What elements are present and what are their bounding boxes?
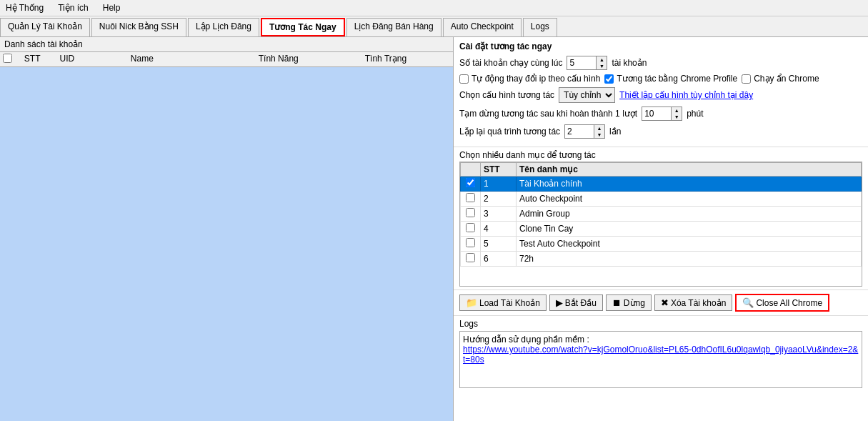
cat-name-cell: Test Auto Checkpoint <box>517 237 862 252</box>
load-button[interactable]: 📁 Load Tài Khoản <box>459 294 547 311</box>
tab-lich-dang-ban-hang[interactable]: Lịch Đăng Bán Hàng <box>346 18 442 36</box>
cau-hinh-select[interactable]: Tùy chỉnh Mặc định <box>559 87 615 103</box>
delete-label: Xóa Tài khoản <box>671 298 727 308</box>
tam-dung-label: Tạm dừng tương tác sau khi hoàn thành 1 … <box>459 109 637 119</box>
logs-link[interactable]: https://www.youtube.com/watch?v=kjGomolO… <box>463 345 859 365</box>
cat-checkbox[interactable] <box>466 208 475 217</box>
tab-lap-lich-dang[interactable]: Lập Lịch Đăng <box>188 18 259 36</box>
cat-stt-cell: 5 <box>481 237 517 252</box>
so-tai-khoan-input-wrapper[interactable]: ▲ ▼ <box>567 56 607 70</box>
cat-col-check <box>461 163 481 177</box>
col-name-header: Name <box>131 54 259 65</box>
tam-dung-spinner: ▲ ▼ <box>671 107 682 120</box>
tam-dung-up[interactable]: ▲ <box>672 107 682 114</box>
tam-dung-input[interactable] <box>642 107 671 120</box>
category-row[interactable]: 2 Auto Checkpoint <box>461 192 862 207</box>
category-section: Chọn nhiều danh mục để tương tác STT Tên… <box>454 147 868 289</box>
tam-dung-down[interactable]: ▼ <box>672 114 682 120</box>
category-header-row: STT Tên danh mục <box>461 163 862 177</box>
tab-quan-ly-tai-khoan[interactable]: Quản Lý Tài Khoản <box>0 18 90 36</box>
right-panel: Cài đặt tương tác ngay Số tài khoản chạy… <box>454 37 868 421</box>
cat-check-cell[interactable] <box>461 177 481 192</box>
col-tinh-nang-header: Tính Năng <box>259 54 365 65</box>
so-tai-khoan-input[interactable] <box>567 56 596 69</box>
category-row[interactable]: 3 Admin Group <box>461 207 862 222</box>
col-tinh-trang-header: Tình Trạng <box>365 54 450 65</box>
category-row[interactable]: 4 Clone Tin Cay <box>461 222 862 237</box>
menu-he-thong[interactable]: Hệ Thống <box>3 1 46 14</box>
cat-checkbox[interactable] <box>466 193 475 202</box>
lap-lai-label: Lặp lại quá trình tương tác <box>459 127 560 137</box>
thiet-lap-link[interactable]: Thiết lập cấu hình tùy chỉnh tại đây <box>619 90 753 100</box>
menu-tien-ich[interactable]: Tiện ích <box>55 1 91 14</box>
cat-check-cell[interactable] <box>461 237 481 252</box>
cat-stt-cell: 1 <box>481 177 517 192</box>
cat-name-cell: Tài Khoản chính <box>517 177 862 192</box>
main-content: Danh sách tài khoản STT UID Name Tính Nă… <box>0 37 868 421</box>
cat-check-cell[interactable] <box>461 207 481 222</box>
col-check[interactable] <box>3 54 24 65</box>
lap-lai-row: Lặp lại quá trình tương tác ▲ ▼ lần <box>459 124 862 139</box>
cat-name-cell: Clone Tin Cay <box>517 222 862 237</box>
tam-dung-input-wrapper[interactable]: ▲ ▼ <box>642 107 682 121</box>
chay-an-chrome-label: Chạy ẩn Chrome <box>754 74 819 84</box>
cat-col-stt: STT <box>481 163 517 177</box>
stop-button[interactable]: ⏹ Dừng <box>606 294 652 311</box>
tu-dong-thay-doi-wrapper: Tự động thay đổi ip theo cấu hình <box>459 74 600 84</box>
close-all-icon: 🔍 <box>742 297 754 308</box>
lan-label: lần <box>609 127 621 137</box>
cat-checkbox[interactable] <box>466 178 475 187</box>
lap-lai-down[interactable]: ▼ <box>594 132 604 138</box>
start-label: Bắt Đầu <box>565 298 597 308</box>
left-panel: Danh sách tài khoản STT UID Name Tính Nă… <box>0 37 454 421</box>
category-row[interactable]: 1 Tài Khoản chính <box>461 177 862 192</box>
cat-stt-cell: 6 <box>481 252 517 267</box>
cat-name-cell: 72h <box>517 252 862 267</box>
checkbox-row: Tự động thay đổi ip theo cấu hình Tương … <box>459 74 862 84</box>
category-title: Chọn nhiều danh mục để tương tác <box>459 150 862 160</box>
select-all-checkbox[interactable] <box>3 54 12 63</box>
lap-lai-spinner: ▲ ▼ <box>594 125 604 138</box>
tab-auto-checkpoint[interactable]: Auto Checkpoint <box>443 18 522 36</box>
category-row[interactable]: 6 72h <box>461 252 862 267</box>
cat-checkbox[interactable] <box>466 253 475 262</box>
cau-hinh-select-wrapper[interactable]: Tùy chỉnh Mặc định <box>559 87 615 103</box>
close-all-button[interactable]: 🔍 Close All Chrome <box>735 294 829 312</box>
tab-nuoi-nick[interactable]: Nuôi Nick Bằng SSH <box>91 18 186 36</box>
tai-khoan-label: tài khoản <box>612 58 647 68</box>
so-tai-khoan-up[interactable]: ▲ <box>597 56 607 63</box>
chay-an-chrome-checkbox[interactable] <box>742 74 751 84</box>
logs-guide-text: Hướng dẫn sử dụng phần mềm : <box>463 335 859 345</box>
tu-dong-thay-doi-checkbox[interactable] <box>459 74 469 84</box>
cat-check-cell[interactable] <box>461 192 481 207</box>
category-table: STT Tên danh mục 1 Tài Khoản chính 2 Aut… <box>460 162 862 267</box>
lap-lai-input[interactable] <box>565 125 594 138</box>
so-tai-khoan-row: Số tài khoản chạy cùng lúc ▲ ▼ tài khoản <box>459 56 862 70</box>
cau-hinh-row: Chọn cấu hình tương tác Tùy chỉnh Mặc đị… <box>459 87 862 103</box>
cat-check-cell[interactable] <box>461 252 481 267</box>
category-row[interactable]: 5 Test Auto Checkpoint <box>461 237 862 252</box>
col-uid-header: UID <box>60 54 131 65</box>
so-tai-khoan-down[interactable]: ▼ <box>597 63 607 69</box>
category-table-wrapper[interactable]: STT Tên danh mục 1 Tài Khoản chính 2 Aut… <box>459 162 862 287</box>
tuong-tac-chrome-checkbox[interactable] <box>604 74 614 84</box>
cat-stt-cell: 4 <box>481 222 517 237</box>
account-table: STT UID Name Tính Năng Tình Trạng <box>0 52 453 421</box>
menu-help[interactable]: Help <box>100 1 124 14</box>
phut-label: phút <box>687 109 703 119</box>
tab-tuong-tac-ngay[interactable]: Tương Tác Ngay <box>261 18 345 36</box>
tabbar: Quản Lý Tài Khoản Nuôi Nick Bằng SSH Lập… <box>0 16 868 37</box>
action-bar: 📁 Load Tài Khoản ▶ Bắt Đầu ⏹ Dừng ✖ Xóa … <box>454 289 868 316</box>
cat-checkbox[interactable] <box>466 238 475 247</box>
logs-content: Hướng dẫn sử dụng phần mềm : https://www… <box>459 331 862 388</box>
start-button[interactable]: ▶ Bắt Đầu <box>549 294 603 311</box>
cat-check-cell[interactable] <box>461 222 481 237</box>
cat-col-name: Tên danh mục <box>517 163 862 177</box>
lap-lai-up[interactable]: ▲ <box>594 125 604 132</box>
cat-checkbox[interactable] <box>466 223 475 232</box>
tab-logs[interactable]: Logs <box>523 18 557 36</box>
lap-lai-input-wrapper[interactable]: ▲ ▼ <box>564 124 605 139</box>
delete-button[interactable]: ✖ Xóa Tài khoản <box>654 294 733 311</box>
logs-section: Logs Hướng dẫn sử dụng phần mềm : https:… <box>454 316 868 421</box>
delete-icon: ✖ <box>661 297 669 308</box>
